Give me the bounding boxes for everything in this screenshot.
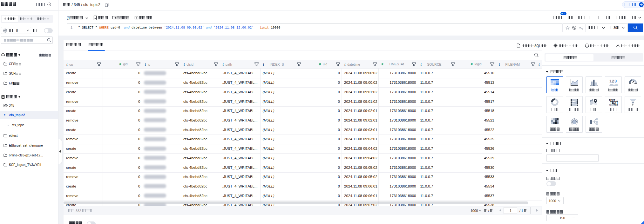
svg-text:1: 1 [609,79,612,83]
svg-text:TEXT: TEXT [609,104,614,106]
svg-text:2: 2 [612,79,614,83]
svg-text:TEXT: TEXT [614,104,618,106]
svg-text:?: ? [49,3,50,6]
svg-text:3: 3 [614,79,617,83]
